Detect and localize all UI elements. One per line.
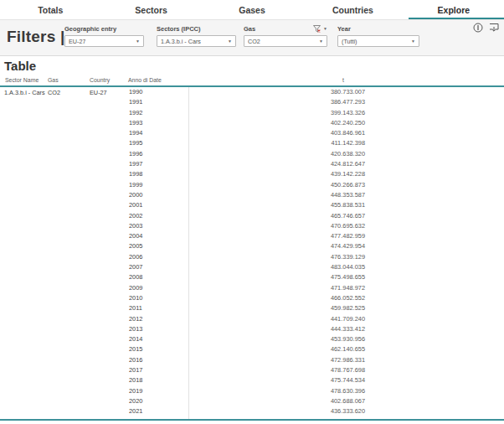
value-cell: 448.353.587 [193, 191, 365, 199]
year-cell: 2012 [129, 315, 142, 323]
filters-title: Filters | [7, 28, 64, 46]
value-cell: 399.143.326 [193, 109, 365, 116]
column-header-anno-di-date[interactable]: Anno di Date [128, 77, 162, 83]
table-row[interactable]: 2010466.052.552 [0, 293, 504, 303]
year-cell: 2004 [129, 232, 142, 240]
chevron-down-icon: ▼ [136, 39, 140, 44]
column-header-gas[interactable]: Gas [48, 77, 59, 83]
tab-totals-label: Totals [38, 5, 63, 15]
table-row[interactable]: 2013444.333.412 [0, 324, 504, 334]
column-header-country[interactable]: Country [90, 77, 110, 83]
value-cell: 477.482.959 [193, 232, 365, 240]
year-cell: 2009 [129, 284, 142, 292]
toolbar-icons [473, 23, 499, 33]
filter-geographic-entry-label: Geographic entry [64, 25, 116, 33]
year-cell: 2020 [129, 397, 142, 405]
table-row[interactable]: 2002465.746.657 [0, 211, 504, 221]
year-cell: 2003 [129, 222, 142, 230]
filter-year-dropdown[interactable]: (Tutti) ▼ [337, 35, 419, 47]
table-row[interactable]: 2006476.339.129 [0, 252, 504, 262]
value-cell: 470.695.632 [193, 222, 365, 230]
value-cell: 478.630.396 [193, 387, 365, 395]
table-row[interactable]: 2005474.429.954 [0, 241, 504, 251]
table-header-row: Sector Name Gas Country Anno di Date t [0, 77, 504, 85]
table-row[interactable]: 1992399.143.326 [0, 108, 504, 118]
filter-year: Year (Tutti) ▼ [337, 23, 419, 47]
table-row[interactable]: 2000448.353.587 [0, 190, 504, 200]
value-cell: 424.812.647 [193, 160, 365, 168]
value-cell: 476.339.129 [193, 253, 365, 261]
filter-bar: Filters | Geographic entry EU-27 ▼ Secto… [0, 19, 504, 56]
column-header-t[interactable]: t [318, 77, 368, 83]
value-cell: 441.709.240 [193, 315, 365, 323]
table-row[interactable]: 2018475.744.534 [0, 375, 504, 385]
value-cell: 450.266.873 [193, 181, 365, 189]
year-cell: 2007 [129, 263, 142, 271]
table-row[interactable]: 2016472.986.331 [0, 355, 504, 365]
year-cell: 1995 [129, 139, 142, 147]
value-cell: 459.982.525 [193, 304, 365, 312]
table-row[interactable]: 2009471.948.972 [0, 283, 504, 293]
table-row[interactable]: 2003470.695.632 [0, 221, 504, 231]
table-row[interactable]: 2001455.838.531 [0, 200, 504, 210]
year-cell: 2016 [129, 356, 142, 364]
table-row[interactable]: 1995411.142.398 [0, 138, 504, 148]
value-cell: 478.767.698 [193, 366, 365, 374]
value-cell: 462.140.655 [193, 345, 365, 353]
year-cell: 2015 [129, 345, 142, 353]
value-cell: 475.744.534 [193, 376, 365, 384]
filter-year-label: Year [337, 25, 351, 33]
table-row[interactable]: 2020402.688.067 [0, 396, 504, 406]
table-row[interactable]: 1994403.846.961 [0, 128, 504, 138]
filter-gas: Gas ▼ CO2 ▼ [244, 23, 327, 47]
value-cell: 386.477.293 [193, 98, 365, 106]
table-row[interactable]: 1990380.733.007 [0, 87, 504, 97]
value-cell: 472.986.331 [193, 356, 365, 364]
tab-sectors-label: Sectors [135, 5, 167, 15]
clear-filter-funnel-icon[interactable] [313, 25, 321, 33]
table-row[interactable]: 2008475.498.655 [0, 272, 504, 282]
table-row[interactable]: 1993402.240.250 [0, 118, 504, 128]
filter-gas-dropdown[interactable]: CO2 ▼ [244, 35, 327, 47]
table-row[interactable]: 1991386.477.293 [0, 97, 504, 107]
year-cell: 1998 [129, 170, 142, 178]
tab-explore[interactable]: Explore [404, 0, 504, 19]
table-row[interactable]: 2021436.333.620 [0, 406, 504, 416]
table-row[interactable]: 1996420.638.320 [0, 149, 504, 159]
filter-menu-caret-icon[interactable]: ▼ [323, 27, 327, 31]
filter-geographic-entry-value: EU-27 [69, 38, 85, 45]
tab-sectors[interactable]: Sectors [100, 0, 201, 19]
table-row[interactable]: 2015462.140.655 [0, 344, 504, 354]
filter-gas-label: Gas [244, 25, 255, 33]
table-row[interactable]: 1998439.142.228 [0, 169, 504, 179]
table-row[interactable]: 2007483.044.035 [0, 262, 504, 272]
tab-bar: Totals Sectors Gases Countries Explore [0, 0, 504, 19]
tab-countries[interactable]: Countries [302, 0, 403, 19]
tab-totals[interactable]: Totals [0, 0, 100, 19]
filter-geographic-entry-dropdown[interactable]: EU-27 ▼ [64, 35, 144, 47]
table-row[interactable]: 2019478.630.396 [0, 386, 504, 396]
value-cell: 411.142.398 [193, 139, 365, 147]
table-row[interactable]: 2012441.709.240 [0, 314, 504, 324]
year-cell: 1994 [129, 129, 142, 137]
table-row[interactable]: 2004477.482.959 [0, 231, 504, 241]
table-row[interactable]: 1999450.266.873 [0, 180, 504, 190]
value-cell: 466.052.552 [193, 294, 365, 302]
info-icon[interactable] [473, 23, 483, 33]
download-icon[interactable] [489, 23, 499, 33]
value-cell: 483.044.035 [193, 263, 365, 271]
chevron-down-icon: ▼ [411, 39, 415, 44]
year-cell: 1996 [129, 150, 142, 158]
value-cell: 453.930.956 [193, 335, 365, 343]
year-cell: 2008 [129, 273, 142, 281]
year-cell: 2014 [129, 335, 142, 343]
column-header-sector-name[interactable]: Sector Name [5, 77, 39, 83]
table-row[interactable]: 2014453.930.956 [0, 334, 504, 344]
table-row[interactable]: 2011459.982.525 [0, 303, 504, 313]
tab-gases[interactable]: Gases [202, 0, 302, 19]
year-cell: 2013 [129, 325, 142, 333]
filter-sectors-ipcc-dropdown[interactable]: 1.A.3.b.i - Cars ▼ [157, 35, 236, 47]
table-row[interactable]: 1997424.812.647 [0, 159, 504, 169]
filter-year-value: (Tutti) [342, 38, 357, 45]
table-row[interactable]: 2017478.767.698 [0, 365, 504, 375]
